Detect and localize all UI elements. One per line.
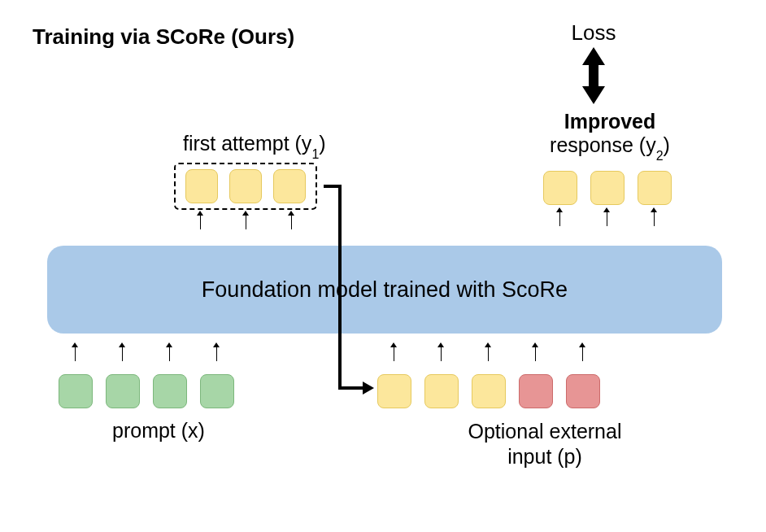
token-yellow [185,169,218,203]
token-yellow [377,374,411,408]
up-arrow-icon [607,211,607,226]
token-green [200,374,234,408]
foundation-model-box: Foundation model trained with ScoRe [47,246,722,334]
token-yellow [590,171,625,205]
first-attempt-tokens [174,163,317,210]
up-arrow-icon [582,347,583,361]
token-green [153,374,187,408]
diagram-title: Training via SCoRe (Ours) [33,24,294,50]
up-arrow-icon [394,347,394,361]
token-red [566,374,600,408]
token-yellow [273,169,306,203]
prompt-tokens [59,374,234,408]
token-green [59,374,93,408]
token-yellow [543,171,577,205]
up-arrow-icon [488,347,489,361]
up-arrow-icon [291,215,292,229]
up-arrow-icon [441,347,442,361]
up-arrow-icon [75,347,76,361]
token-red [519,374,553,408]
first-attempt-label: first attempt (y1) [183,132,326,159]
token-yellow [472,374,506,408]
improved-response-tokens [543,171,672,205]
token-yellow [424,374,459,408]
prompt-label: prompt (x) [112,419,205,443]
up-arrow-icon [216,347,217,361]
optional-external-input-label: Optional external input (p) [447,419,642,470]
loss-label: Loss [545,20,642,46]
up-arrow-icon [654,211,655,226]
up-arrow-icon [246,215,246,229]
token-yellow [229,169,262,203]
token-green [106,374,140,408]
recycled-input-tokens [377,374,600,408]
loss-double-arrow-icon [579,47,608,104]
up-arrow-icon [559,211,560,226]
improved-response-label: Improved response (y2) [520,110,699,160]
up-arrow-icon [200,215,201,229]
up-arrow-icon [122,347,123,361]
token-yellow [638,171,672,205]
up-arrow-icon [535,347,536,361]
up-arrow-icon [169,347,170,361]
